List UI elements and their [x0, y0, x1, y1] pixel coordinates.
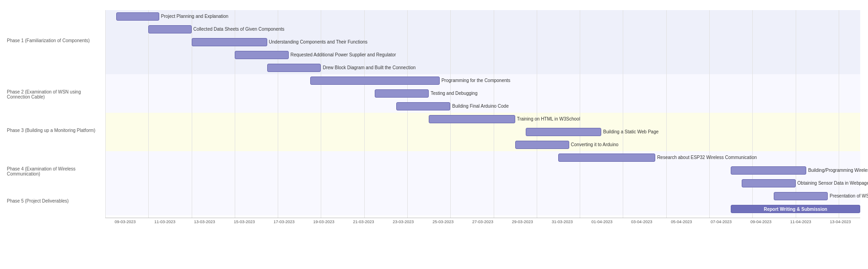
gantt-bar	[375, 89, 429, 98]
date-tick: 09-04-2023	[741, 218, 781, 224]
phase-label: Phase 3 (Building up a Monitoring Platfo…	[5, 128, 103, 133]
date-tick: 11-03-2023	[145, 218, 185, 224]
date-tick: 11-04-2023	[781, 218, 820, 224]
date-tick: 17-03-2023	[264, 218, 304, 224]
gantt-bar-label: Converting it to Arduino	[571, 141, 619, 149]
gantt-chart: Project Planning and ExplanationCollecte…	[0, 0, 868, 229]
date-tick: 31-03-2023	[542, 218, 582, 224]
date-tick: 01-04-2023	[582, 218, 622, 224]
gantt-bar	[558, 154, 655, 162]
gantt-bar-label: Understanding Components and Their Funct…	[269, 38, 368, 46]
gantt-bar-label: Obtaining Sensor Data in Webpage	[798, 179, 868, 187]
gantt-bar-label: Building Final Arduino Code	[452, 102, 508, 110]
gantt-bar-label: Report Writing & Submission	[731, 205, 860, 213]
gantt-bar	[148, 25, 191, 33]
gantt-bar-label: Research about ESP32 Wireless Communicat…	[657, 154, 757, 162]
phase-label: Phase 5 (Project Deliverables)	[5, 198, 103, 203]
gantt-bar	[116, 12, 159, 21]
date-tick: 15-03-2023	[225, 218, 264, 224]
gantt-bar-label: Training on HTML in W3School	[517, 115, 580, 123]
gantt-bar-label: Building a Static Web Page	[603, 128, 658, 136]
date-tick: 13-03-2023	[185, 218, 225, 224]
date-tick: 27-03-2023	[463, 218, 503, 224]
gantt-bar-label: Collected Data Sheets of Given Component…	[194, 25, 285, 33]
gantt-bar-label: Building/Programming Wireless Communicat…	[808, 166, 868, 175]
date-tick: 05-04-2023	[662, 218, 701, 224]
gantt-bar	[310, 77, 440, 85]
gantt-bar	[267, 64, 321, 72]
gantt-bar	[731, 166, 806, 175]
gantt-bar	[396, 102, 450, 110]
date-tick: 07-04-2023	[701, 218, 741, 224]
date-tick: 25-03-2023	[423, 218, 463, 224]
gantt-bar-label: Presentation of WSN Project	[830, 192, 868, 200]
gantt-bar-label: Project Planning and Explanation	[161, 12, 228, 21]
phase-label: Phase 4 (Examination of Wireless Communi…	[5, 166, 103, 176]
date-tick: 19-03-2023	[304, 218, 344, 224]
gantt-bar	[192, 38, 267, 46]
gantt-bar-label: Requested Additional Power Supplier and …	[291, 51, 396, 59]
date-tick: 21-03-2023	[344, 218, 383, 224]
gantt-bar	[526, 128, 601, 136]
gantt-bar	[742, 179, 796, 187]
date-tick: 13-04-2023	[820, 218, 860, 224]
gantt-bar	[235, 51, 289, 59]
gantt-bar-label: Testing and Debugging	[431, 89, 477, 98]
gantt-bar	[515, 141, 569, 149]
date-tick: 23-03-2023	[383, 218, 423, 224]
gantt-bar	[429, 115, 515, 123]
date-tick: 29-03-2023	[502, 218, 542, 224]
gantt-bar-label: Programming for the Components	[442, 77, 511, 85]
gantt-bar	[774, 192, 828, 200]
date-tick: 09-03-2023	[105, 218, 145, 224]
gantt-bar-label: Drew Block Diagram and Built the Connect…	[323, 64, 415, 72]
phase-label: Phase 2 (Examination of WSN using Connec…	[5, 89, 103, 99]
phase-label: Phase 1 (Familiarization of Components)	[5, 38, 103, 43]
date-tick: 03-04-2023	[622, 218, 662, 224]
